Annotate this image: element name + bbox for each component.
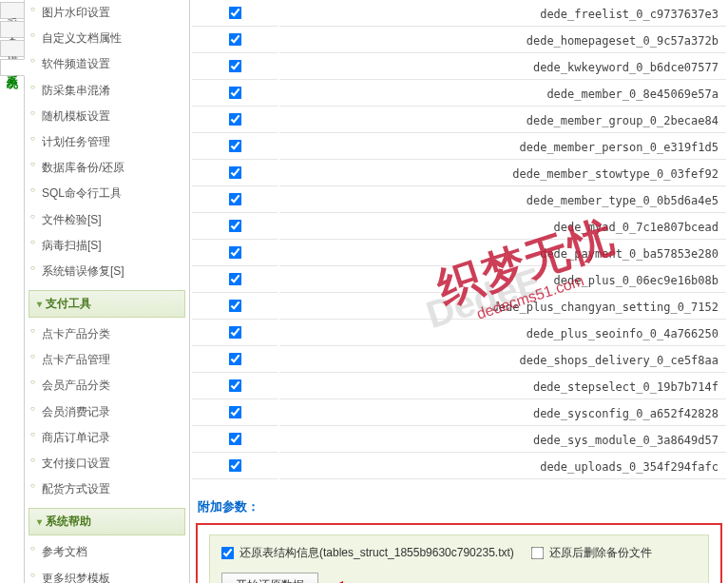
table-filename: dede_sysconfig_0_a652f42828 bbox=[279, 401, 726, 426]
sidebar-item[interactable]: 支付接口设置 bbox=[29, 451, 185, 476]
sidebar-link[interactable]: 更多织梦模板 bbox=[42, 572, 110, 583]
sidebar-link[interactable]: 参考文档 bbox=[42, 545, 87, 558]
table-row: dede_stepselect_0_19b7b714f bbox=[192, 375, 726, 399]
sidebar-link[interactable]: 配货方式设置 bbox=[42, 482, 110, 496]
section-header-payment[interactable]: 支付工具 bbox=[29, 290, 185, 318]
delete-after-checkbox[interactable] bbox=[531, 547, 545, 560]
sidebar-item[interactable]: 商店订单记录 bbox=[29, 425, 185, 451]
table-filename: dede_plus_changyan_setting_0_7152 bbox=[279, 295, 726, 320]
sidebar-item[interactable]: 会员产品分类 bbox=[29, 373, 185, 398]
row-checkbox[interactable] bbox=[228, 299, 241, 312]
sidebar-item[interactable]: 自定义文档属性 bbox=[29, 26, 185, 51]
row-checkbox[interactable] bbox=[228, 352, 241, 365]
sidebar-item[interactable]: 点卡产品分类 bbox=[29, 321, 185, 347]
sidebar-link[interactable]: 图片水印设置 bbox=[42, 6, 110, 19]
sidebar-item[interactable]: 数据库备份/还原 bbox=[29, 155, 185, 181]
table-row: dede_myad_0_7c1e807bcead bbox=[192, 215, 726, 240]
table-filename: dede_myad_0_7c1e807bcead bbox=[279, 215, 726, 240]
sidebar-item[interactable]: 文件检验[S] bbox=[29, 207, 185, 233]
table-filename: dede_uploads_0_354f294fafc bbox=[279, 455, 726, 479]
vtab-1[interactable]: 会员 bbox=[0, 21, 24, 38]
sidebar-item[interactable]: 配货方式设置 bbox=[29, 476, 185, 502]
sidebar-link[interactable]: 软件频道设置 bbox=[42, 57, 110, 70]
section-header-help[interactable]: 系统帮助 bbox=[29, 508, 185, 535]
table-filename: dede_payment_0_ba57853e280 bbox=[279, 242, 726, 266]
row-checkbox[interactable] bbox=[228, 6, 241, 19]
sidebar-link[interactable]: 数据库备份/还原 bbox=[42, 161, 125, 174]
sidebar-item[interactable]: 会员消费记录 bbox=[29, 399, 185, 425]
sidebar-item[interactable]: 软件频道设置 bbox=[29, 51, 185, 77]
sidebar-link[interactable]: 病毒扫描[S] bbox=[42, 239, 102, 252]
row-checkbox[interactable] bbox=[228, 86, 241, 99]
table-filename: dede_freelist_0_c9737637e3 bbox=[279, 2, 726, 27]
delete-after-label: 还原后删除备份文件 bbox=[549, 545, 652, 561]
sidebar-item[interactable]: SQL命令行工具 bbox=[29, 181, 185, 206]
row-checkbox[interactable] bbox=[228, 139, 241, 152]
main-content: dede_freelist_0_c9737637e3dede_homepages… bbox=[190, 0, 728, 583]
sidebar-item[interactable]: 点卡产品管理 bbox=[29, 347, 185, 373]
row-checkbox[interactable] bbox=[228, 245, 241, 259]
sidebar-link[interactable]: 支付接口设置 bbox=[42, 457, 110, 470]
restore-struct-label: 还原表结构信息(tables_struct_1855b9630c790235.t… bbox=[239, 545, 514, 561]
vtab-2[interactable]: 模板 bbox=[0, 40, 24, 57]
row-checkbox[interactable] bbox=[228, 325, 241, 339]
params-box: 还原表结构信息(tables_struct_1855b9630c790235.t… bbox=[196, 523, 722, 583]
table-filename: dede_shops_delivery_0_ce5f8aa bbox=[279, 348, 726, 373]
row-checkbox[interactable] bbox=[228, 219, 241, 232]
sidebar: 图片水印设置自定义文档属性软件频道设置防采集串混淆随机模板设置计划任务管理数据库… bbox=[25, 0, 190, 583]
table-filename: dede_member_type_0_0b5d6a4e5 bbox=[279, 188, 726, 213]
sidebar-link[interactable]: 会员消费记录 bbox=[42, 405, 110, 418]
table-row: dede_sysconfig_0_a652f42828 bbox=[192, 401, 726, 426]
table-row: dede_kwkeyword_0_b6dce07577 bbox=[192, 55, 726, 80]
sidebar-item[interactable]: 随机模板设置 bbox=[29, 104, 185, 129]
backup-file-table: dede_freelist_0_c9737637e3dede_homepages… bbox=[190, 0, 728, 481]
sidebar-item[interactable]: 更多织梦模板 bbox=[29, 566, 185, 583]
row-checkbox[interactable] bbox=[228, 165, 241, 179]
vtab-3[interactable]: 系统 bbox=[0, 59, 25, 76]
row-checkbox[interactable] bbox=[228, 272, 241, 285]
row-checkbox[interactable] bbox=[228, 432, 241, 445]
sidebar-link[interactable]: SQL命令行工具 bbox=[42, 186, 122, 200]
row-checkbox[interactable] bbox=[228, 112, 241, 126]
sidebar-link[interactable]: 会员产品分类 bbox=[42, 379, 110, 392]
row-checkbox[interactable] bbox=[228, 405, 241, 418]
sidebar-item[interactable]: 图片水印设置 bbox=[29, 0, 185, 26]
vtab-0[interactable]: 采集 bbox=[0, 2, 24, 19]
table-row: dede_shops_delivery_0_ce5f8aa bbox=[192, 348, 726, 373]
table-row: dede_plus_seoinfo_0_4a766250 bbox=[192, 321, 726, 346]
sidebar-link[interactable]: 计划任务管理 bbox=[42, 135, 110, 148]
sidebar-item[interactable]: 防采集串混淆 bbox=[29, 78, 185, 104]
table-row: dede_member_type_0_0b5d6a4e5 bbox=[192, 188, 726, 213]
row-checkbox[interactable] bbox=[228, 379, 241, 392]
restore-struct-checkbox[interactable] bbox=[221, 547, 235, 560]
row-checkbox[interactable] bbox=[228, 458, 241, 472]
sidebar-item[interactable]: 系统错误修复[S] bbox=[29, 259, 185, 284]
sidebar-link[interactable]: 随机模板设置 bbox=[42, 109, 110, 123]
sidebar-link[interactable]: 防采集串混淆 bbox=[42, 84, 110, 97]
arrow-annotation bbox=[334, 575, 467, 583]
table-row: dede_member_person_0_e319f1d5 bbox=[192, 135, 726, 160]
sidebar-link[interactable]: 系统错误修复[S] bbox=[42, 264, 125, 278]
sidebar-link[interactable]: 点卡产品管理 bbox=[42, 353, 110, 366]
params-form: 还原表结构信息(tables_struct_1855b9630c790235.t… bbox=[209, 534, 709, 583]
table-filename: dede_member_0_8e45069e57a bbox=[279, 82, 726, 107]
sidebar-item[interactable]: 病毒扫描[S] bbox=[29, 233, 185, 259]
table-row: dede_plus_0_06ec9e16b08b bbox=[192, 268, 726, 293]
params-header: 附加参数： bbox=[196, 495, 722, 523]
table-filename: dede_plus_seoinfo_0_4a766250 bbox=[279, 321, 726, 346]
sidebar-link[interactable]: 文件检验[S] bbox=[42, 213, 102, 226]
table-row: dede_member_group_0_2becae84 bbox=[192, 108, 726, 133]
sidebar-link[interactable]: 商店订单记录 bbox=[42, 431, 110, 444]
sidebar-link[interactable]: 自定义文档属性 bbox=[42, 31, 122, 45]
sidebar-item[interactable]: 计划任务管理 bbox=[29, 129, 185, 155]
table-row: dede_payment_0_ba57853e280 bbox=[192, 242, 726, 266]
row-checkbox[interactable] bbox=[228, 192, 241, 205]
table-filename: dede_kwkeyword_0_b6dce07577 bbox=[279, 55, 726, 80]
table-filename: dede_plus_0_06ec9e16b08b bbox=[279, 268, 726, 293]
row-checkbox[interactable] bbox=[228, 32, 241, 46]
table-row: dede_freelist_0_c9737637e3 bbox=[192, 2, 726, 27]
sidebar-item[interactable]: 参考文档 bbox=[29, 539, 185, 565]
row-checkbox[interactable] bbox=[228, 59, 241, 72]
sidebar-link[interactable]: 点卡产品分类 bbox=[42, 327, 110, 340]
start-restore-button[interactable]: 开始还原数据 bbox=[221, 573, 318, 583]
